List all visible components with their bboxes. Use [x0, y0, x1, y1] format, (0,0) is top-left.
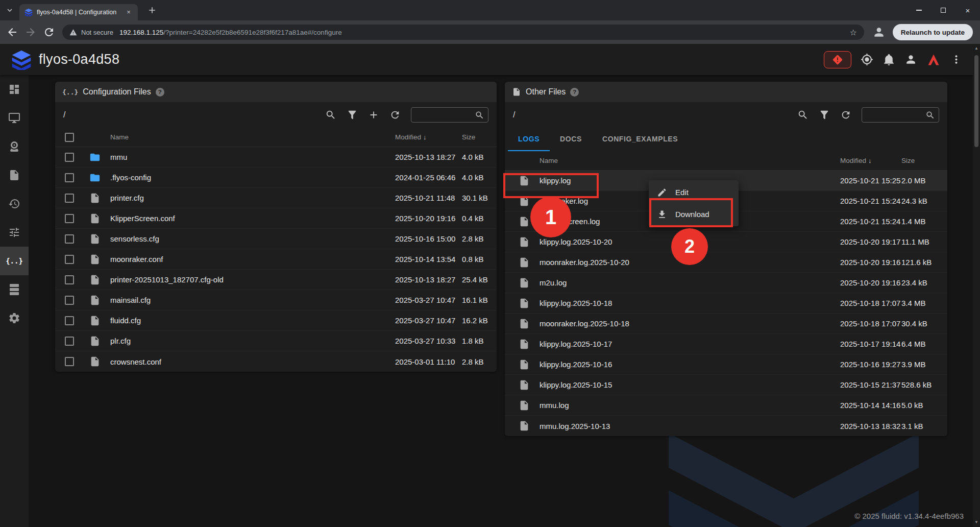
row-checkbox[interactable]	[65, 357, 74, 366]
refresh-icon[interactable]	[389, 109, 401, 121]
panel-title: Other Files	[526, 87, 566, 97]
minimize-button[interactable]	[906, 0, 931, 20]
search-icon[interactable]	[797, 109, 808, 121]
table-row[interactable]: mmu2025-10-13 18:274.0 kB	[55, 147, 497, 167]
refresh-icon[interactable]	[840, 109, 851, 121]
table-row[interactable]: m2u.log2025-10-20 19:1623.4 kB	[505, 273, 947, 293]
table-row[interactable]: klippy.log.2025-10-172025-10-17 19:146.4…	[505, 334, 947, 354]
file-name: printer.cfg	[106, 194, 395, 202]
page-scrollbar[interactable]: ▲ ▼	[973, 44, 980, 527]
sidebar-item-console[interactable]	[0, 104, 29, 132]
row-checkbox[interactable]	[65, 194, 74, 203]
row-checkbox[interactable]	[65, 214, 74, 223]
row-checkbox[interactable]	[65, 275, 74, 284]
scrollbar-thumb[interactable]	[974, 55, 978, 147]
table-row[interactable]: klippy.log.2025-10-162025-10-16 19:273.9…	[505, 354, 947, 375]
folder-icon	[89, 172, 101, 183]
overflow-menu-icon[interactable]	[950, 53, 963, 66]
browser-tab[interactable]: flyos-0a4d58 | Configuration ×	[19, 4, 138, 20]
column-size[interactable]: Size	[462, 133, 492, 141]
tab-logs[interactable]: LOGS	[508, 128, 550, 151]
notifications-icon[interactable]	[883, 53, 895, 66]
table-row[interactable]: moonraker.log.2025-10-182025-10-18 17:07…	[505, 314, 947, 334]
scroll-up-icon[interactable]: ▲	[973, 45, 980, 52]
table-row[interactable]: klippy.log.2025-10-152025-10-15 21:37528…	[505, 375, 947, 395]
reload-button[interactable]	[43, 26, 55, 38]
table-row[interactable]: crowsnest.conf2025-03-01 11:102.8 kB	[55, 351, 497, 372]
row-checkbox[interactable]	[65, 337, 74, 346]
filter-icon[interactable]	[819, 109, 830, 121]
column-name[interactable]: Name	[106, 133, 395, 141]
file-modified: 2025-10-20 19:16	[840, 278, 901, 287]
row-checkbox[interactable]	[65, 255, 74, 264]
url-bar[interactable]: Not secure 192.168.1.125/?printer=24282e…	[62, 25, 864, 40]
current-path[interactable]: /	[513, 110, 515, 119]
maximize-button[interactable]	[931, 0, 955, 20]
table-row[interactable]: .flyos-config2024-01-25 06:464.0 kB	[55, 167, 497, 188]
sidebar-item-system[interactable]	[0, 275, 29, 304]
file-size: 3.9 MB	[901, 360, 941, 369]
bookmark-star-icon[interactable]: ☆	[849, 28, 856, 37]
locate-icon[interactable]	[861, 53, 873, 66]
sidebar-item-history[interactable]	[0, 189, 29, 218]
file-size: 0.8 kB	[462, 255, 492, 264]
table-row[interactable]: mmu.log.2025-10-132025-10-13 18:323.1 kB	[505, 416, 947, 436]
annotation-step-2: 2	[671, 228, 708, 265]
column-modified[interactable]: Modified↓	[840, 157, 901, 164]
sidebar-item-dashboard[interactable]	[0, 75, 29, 104]
select-all-checkbox[interactable]	[65, 133, 74, 142]
scroll-down-icon[interactable]: ▼	[973, 519, 980, 526]
table-row[interactable]: sensorless.cfg2025-10-16 15:002.8 kB	[55, 229, 497, 249]
column-name[interactable]: Name	[535, 157, 840, 164]
emergency-stop-button[interactable]	[824, 51, 851, 68]
table-row[interactable]: moonraker.conf2025-10-14 13:540.8 kB	[55, 249, 497, 270]
row-checkbox[interactable]	[65, 316, 74, 325]
file-size: 30.1 kB	[462, 194, 492, 202]
file-modified: 2025-10-20 19:16	[395, 214, 462, 223]
help-icon[interactable]: ?	[156, 88, 164, 97]
row-checkbox[interactable]	[65, 234, 74, 244]
row-checkbox[interactable]	[65, 296, 74, 305]
table-row[interactable]: printer.cfg2025-10-21 11:4830.1 kB	[55, 188, 497, 208]
filter-icon[interactable]	[347, 109, 358, 121]
table-row[interactable]: fluidd.cfg2025-03-27 10:4716.2 kB	[55, 310, 497, 331]
tab-docs[interactable]: DOCS	[550, 128, 592, 151]
sidebar-item-tune[interactable]	[0, 218, 29, 247]
tab-search-icon[interactable]	[5, 6, 14, 15]
close-tab-icon[interactable]: ×	[125, 8, 133, 16]
search-input[interactable]	[411, 107, 488, 123]
new-tab-button[interactable]	[147, 5, 157, 15]
table-row[interactable]: moonraker.log.2025-10-202025-10-20 19:16…	[505, 252, 947, 273]
row-checkbox[interactable]	[65, 153, 74, 162]
sidebar-item-camera[interactable]	[0, 132, 29, 161]
forward-button[interactable]	[24, 26, 37, 38]
table-row[interactable]: mmu.log2025-10-14 14:165.0 kB	[505, 395, 947, 416]
table-row[interactable]: printer-20251013_182707.cfg-old2025-10-1…	[55, 270, 497, 290]
row-checkbox[interactable]	[65, 173, 74, 182]
sidebar: {..}	[0, 75, 29, 527]
column-size[interactable]: Size	[901, 157, 941, 164]
file-name: plr.cfg	[106, 337, 395, 345]
table-row[interactable]: klippy.log.2025-10-202025-10-20 19:1711.…	[505, 232, 947, 252]
tab-config_examples[interactable]: CONFIG_EXAMPLES	[592, 128, 688, 151]
table-row[interactable]: klippy.log.2025-10-182025-10-18 17:073.4…	[505, 293, 947, 314]
profile-icon[interactable]	[872, 26, 886, 39]
current-path[interactable]: /	[63, 110, 65, 119]
table-row[interactable]: KlipperScreen.conf2025-10-20 19:160.4 kB	[55, 208, 497, 229]
close-button[interactable]: ×	[955, 0, 980, 20]
back-button[interactable]	[6, 26, 18, 38]
table-row[interactable]: plr.cfg2025-03-27 10:331.8 kB	[55, 331, 497, 351]
brand-icon[interactable]	[926, 53, 941, 67]
table-row[interactable]: mainsail.cfg2025-03-27 10:4716.1 kB	[55, 290, 497, 310]
search-input[interactable]	[862, 107, 939, 123]
sidebar-item-configure[interactable]: {..}	[0, 247, 29, 275]
search-icon[interactable]	[325, 109, 336, 121]
help-icon[interactable]: ?	[570, 88, 579, 97]
column-modified[interactable]: Modified↓	[395, 133, 462, 141]
user-icon[interactable]	[904, 53, 917, 66]
search-icon	[475, 110, 484, 120]
relaunch-button[interactable]: Relaunch to update	[893, 24, 973, 40]
sidebar-item-settings[interactable]	[0, 304, 29, 332]
sidebar-item-jobs[interactable]	[0, 161, 29, 189]
add-file-icon[interactable]	[368, 109, 379, 121]
